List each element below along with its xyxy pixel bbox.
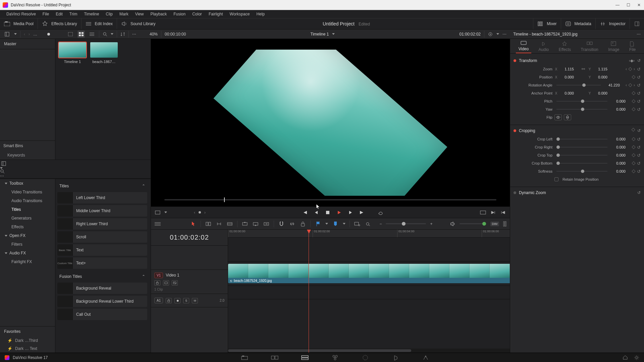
dim-button[interactable]: DIM xyxy=(490,222,499,226)
inspector-tab-transition[interactable]: Transition xyxy=(578,40,601,53)
rotation-slider[interactable] xyxy=(556,85,601,85)
media-clip[interactable]: Timeline 1 xyxy=(59,42,86,64)
crop-right-field[interactable]: 0.000 xyxy=(611,145,630,149)
anchor-x-field[interactable]: 0.000 xyxy=(560,91,579,95)
prev-edit-button[interactable] xyxy=(500,209,506,216)
crop-bottom-field[interactable]: 0.000 xyxy=(611,161,630,165)
viewer-timecode[interactable]: 01:00:02:02 xyxy=(460,32,481,37)
crop-left-slider[interactable] xyxy=(556,139,607,139)
fusion-title-preset[interactable]: Background Reveal Lower Third xyxy=(57,296,147,307)
dropdown-icon[interactable] xyxy=(325,223,328,225)
expand-inspector-icon[interactable]: ⋯ xyxy=(637,32,641,37)
fx-category-titles[interactable]: Titles xyxy=(0,205,55,214)
pos-y-field[interactable]: 0.000 xyxy=(593,75,612,79)
timeline-zoom-slider[interactable] xyxy=(386,223,426,224)
match-frame-button[interactable] xyxy=(480,209,486,216)
inspector-tab-image[interactable]: Image xyxy=(605,40,622,53)
viewer-scrub-bar[interactable] xyxy=(164,199,496,200)
list-view-button[interactable] xyxy=(88,31,96,38)
fusion-title-preset[interactable]: Call Out xyxy=(57,309,147,320)
inspector-tab-effects[interactable]: Effects xyxy=(556,40,574,53)
crop-top-field[interactable]: 0.000 xyxy=(611,153,630,157)
media-clip[interactable]: beach-1867… xyxy=(90,42,118,64)
color-page-button[interactable] xyxy=(360,354,370,361)
menu-item[interactable]: Help xyxy=(253,11,268,17)
next-edit-button[interactable] xyxy=(490,209,496,216)
lock-track-button[interactable] xyxy=(166,298,172,303)
window-close-button[interactable]: ✕ xyxy=(637,3,641,7)
dropdown-icon[interactable] xyxy=(14,33,17,35)
project-settings-button[interactable] xyxy=(634,355,639,360)
arm-record-button[interactable]: ⏺ xyxy=(174,298,180,303)
zoom-x-field[interactable]: 1.115 xyxy=(560,67,579,71)
sort-icon[interactable] xyxy=(120,32,125,36)
video-track-lane[interactable]: ⎋beach-1867524_1920.jpg∿ ◆ xyxy=(228,262,510,286)
media-pool-toggle[interactable]: Media Pool xyxy=(13,21,34,26)
dynamic-trim-button[interactable] xyxy=(216,221,222,227)
fx-category[interactable]: Effects xyxy=(0,223,55,231)
overlay-mode-button[interactable] xyxy=(154,209,161,216)
trim-tool-button[interactable] xyxy=(205,221,212,227)
window-maximize-button[interactable]: ☐ xyxy=(626,3,631,7)
find-button[interactable] xyxy=(354,221,361,227)
menu-item[interactable]: Color xyxy=(189,11,205,17)
fx-category[interactable]: Generators xyxy=(0,214,55,223)
nav-fwd-icon[interactable]: › xyxy=(29,32,30,37)
flag-button[interactable] xyxy=(315,221,321,227)
volume-slider[interactable] xyxy=(460,223,486,224)
title-preset[interactable]: Basic TitleText xyxy=(57,244,147,256)
metadata-view-button[interactable] xyxy=(67,31,74,38)
viewer-options-icon[interactable]: ⋯ xyxy=(502,32,506,37)
crop-right-slider[interactable] xyxy=(556,147,607,147)
fx-section-titles[interactable]: Titles⌃ xyxy=(57,182,147,190)
crop-left-field[interactable]: 0.000 xyxy=(611,137,630,141)
timeline-clip[interactable]: ⎋beach-1867524_1920.jpg∿ ◆ xyxy=(228,264,510,283)
nav-path-icon[interactable]: … xyxy=(33,32,37,37)
transform-section-header[interactable]: Transform ‹◆›↺ xyxy=(514,56,641,65)
next-marker-icon[interactable]: › xyxy=(204,210,206,215)
menu-item[interactable]: Workspace xyxy=(227,11,253,17)
mute-button[interactable]: M xyxy=(192,298,198,303)
video-track-header[interactable]: V1 Video 1 1 Clip xyxy=(151,270,228,294)
retain-position-checkbox[interactable] xyxy=(554,177,558,181)
viewer-zoom[interactable]: 40% xyxy=(150,32,158,37)
menu-item[interactable]: Fairlight xyxy=(206,11,226,17)
pitch-slider[interactable] xyxy=(556,101,607,102)
play-button[interactable] xyxy=(336,209,342,216)
marker-button[interactable] xyxy=(332,221,339,227)
inspector-toggle[interactable]: Inspector xyxy=(609,21,626,26)
loop-button[interactable] xyxy=(377,209,384,216)
options-icon[interactable]: ⋯ xyxy=(0,174,4,178)
mixer-toggle[interactable]: Mixer xyxy=(547,21,556,26)
dropdown-icon[interactable] xyxy=(111,33,113,35)
menu-item[interactable]: Timeline xyxy=(81,11,102,17)
viewer-mode-icon[interactable] xyxy=(488,32,493,37)
fx-section-fusion-titles[interactable]: Fusion Titles⌃ xyxy=(57,272,147,281)
anchor-y-field[interactable]: 0.000 xyxy=(593,91,612,95)
title-preset[interactable]: Right Lower Third xyxy=(57,218,147,230)
fx-category-openfx[interactable]: Open FX xyxy=(0,231,55,240)
fusion-title-preset[interactable]: Background Reveal xyxy=(57,283,147,294)
menu-item[interactable]: Trim xyxy=(66,11,80,17)
meter-icon[interactable] xyxy=(503,221,506,227)
audio-track-header[interactable]: A1 ⏺ S M 2.0 xyxy=(151,294,228,307)
menu-item[interactable]: View xyxy=(132,11,147,17)
menu-item[interactable]: Fusion xyxy=(170,11,189,17)
effects-library-toggle[interactable]: Effects Library xyxy=(51,21,77,26)
cut-page-button[interactable] xyxy=(270,354,280,361)
replace-clip-button[interactable] xyxy=(263,221,270,227)
flip-horizontal-button[interactable] xyxy=(554,114,562,120)
menu-item[interactable]: Edit xyxy=(53,11,66,17)
menu-item[interactable]: Mark xyxy=(116,11,131,17)
auto-select-button[interactable] xyxy=(163,280,169,286)
selection-tool-button[interactable] xyxy=(190,221,197,227)
dropdown-icon[interactable] xyxy=(332,33,335,35)
media-page-button[interactable] xyxy=(239,354,250,361)
blade-tool-button[interactable] xyxy=(226,221,233,227)
menu-item[interactable]: File xyxy=(40,11,52,17)
audio-track-lane[interactable] xyxy=(228,286,510,299)
step-fwd-button[interactable] xyxy=(347,209,354,216)
step-back-button[interactable] xyxy=(313,209,320,216)
dropdown-icon[interactable] xyxy=(164,212,167,213)
fx-category[interactable]: Filters xyxy=(0,240,55,249)
